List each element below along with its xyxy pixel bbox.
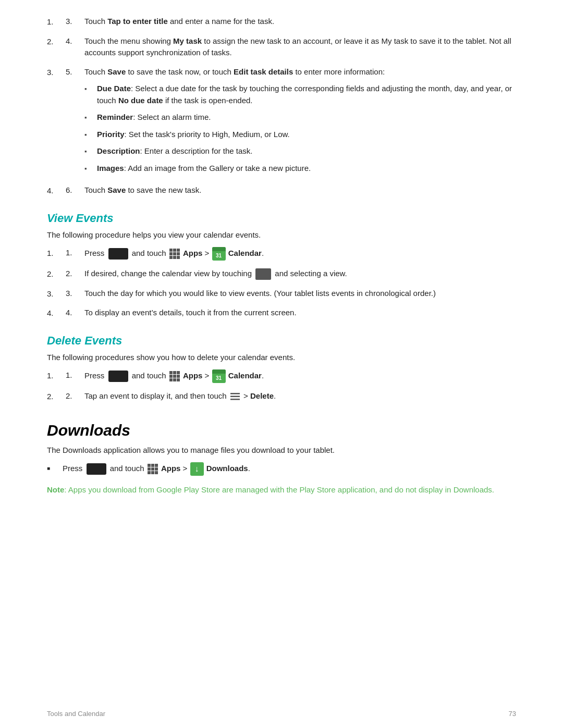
svg-rect-5 <box>177 252 180 255</box>
svg-rect-2 <box>177 249 180 252</box>
view-step-1-content: Press and touch Apps > <box>84 247 516 261</box>
view-events-heading: View Events <box>47 212 516 225</box>
priority-bold: Priority <box>97 130 125 139</box>
svg-rect-13 <box>173 375 176 378</box>
page-content: 3. Touch Tap to enter title and enter a … <box>0 0 563 527</box>
home-button-icon-2 <box>108 371 128 382</box>
images-content: Images: Add an image from the Gallery or… <box>97 163 516 175</box>
svg-rect-20 <box>230 399 240 400</box>
svg-rect-9 <box>169 371 173 374</box>
svg-rect-14 <box>177 375 180 378</box>
reminder-content: Reminder: Select an alarm time. <box>97 112 516 124</box>
list-item-3: 3. Touch Tap to enter title and enter a … <box>47 16 516 28</box>
list-item-4-content: Touch the menu showing My task to assign… <box>84 35 516 59</box>
downloads-label: Downloads <box>206 464 248 473</box>
edit-task-details-bold: Edit task details <box>234 67 293 76</box>
list-item-6-content: Touch Save to save the new task. <box>84 184 516 197</box>
home-button-icon <box>108 248 128 260</box>
description-content: Description: Enter a description for the… <box>97 145 516 157</box>
svg-rect-0 <box>169 249 173 252</box>
description-bold: Description <box>97 146 140 155</box>
svg-rect-11 <box>177 371 180 374</box>
note-body: : Apps you download from Google Play Sto… <box>64 485 494 494</box>
priority-content: Priority: Set the task's priority to Hig… <box>97 129 516 141</box>
save-bold-2: Save <box>107 186 126 194</box>
my-task-bold: My task <box>173 36 202 45</box>
note-text: Note: Apps you download from Google Play… <box>47 484 516 496</box>
downloads-bullet-list: Press and touch Apps > <box>47 462 516 476</box>
bullet-due-date: Due Date: Select a due date for the task… <box>84 83 516 106</box>
svg-rect-19 <box>230 396 240 398</box>
svg-rect-25 <box>151 467 154 471</box>
svg-rect-8 <box>177 256 180 259</box>
no-due-date-bold: No due date <box>118 96 163 105</box>
list-item-4: 4. Touch the menu showing My task to ass… <box>47 35 516 59</box>
apps-label-3: Apps <box>161 464 181 473</box>
apps-grid-icon <box>169 248 180 260</box>
svg-rect-26 <box>155 467 158 471</box>
delete-step-2: 2. Tap an event to display it, and then … <box>47 390 516 403</box>
svg-rect-18 <box>230 393 240 394</box>
svg-rect-6 <box>169 256 173 259</box>
delete-step-2-content: Tap an event to display it, and then tou… <box>84 390 516 403</box>
top-numbered-list: 3. Touch Tap to enter title and enter a … <box>47 16 516 197</box>
view-selector-icon <box>255 268 271 280</box>
save-bold-1: Save <box>107 67 126 76</box>
apps-label-1: Apps <box>183 249 203 257</box>
due-date-bold: Due Date <box>97 84 131 93</box>
delete-events-list: 1. Press and touch <box>47 369 516 403</box>
note-bold: Note <box>47 485 64 494</box>
tap-to-enter-title-bold: Tap to enter title <box>107 17 168 26</box>
apps-label-2: Apps <box>183 371 203 380</box>
svg-rect-1 <box>173 249 176 252</box>
delete-step-1: 1. Press and touch <box>47 369 516 383</box>
downloads-heading: Downloads <box>47 422 516 439</box>
delete-events-intro: The following procedures show you how to… <box>47 352 516 364</box>
svg-rect-29 <box>155 471 158 474</box>
reminder-bold: Reminder <box>97 113 133 121</box>
list-item-5-content: Touch Save to save the task now, or touc… <box>84 66 516 180</box>
view-events-list: 1. Press and touch <box>47 247 516 319</box>
svg-rect-22 <box>151 464 154 467</box>
svg-rect-4 <box>173 252 176 255</box>
svg-rect-28 <box>151 471 154 474</box>
list-item-5: 5. Touch Save to save the task now, or t… <box>47 66 516 180</box>
bullet-images: Images: Add an image from the Gallery or… <box>84 163 516 175</box>
home-button-icon-3 <box>87 463 106 475</box>
svg-rect-27 <box>148 471 151 474</box>
svg-rect-17 <box>177 378 180 381</box>
menu-list-icon <box>229 391 241 402</box>
sub-bullet-list: Due Date: Select a due date for the task… <box>84 83 516 174</box>
calendar-icon-1 <box>212 247 226 261</box>
bullet-description: Description: Enter a description for the… <box>84 145 516 157</box>
svg-rect-16 <box>173 378 176 381</box>
svg-rect-10 <box>173 371 176 374</box>
images-bold: Images <box>97 164 124 172</box>
svg-rect-12 <box>169 375 173 378</box>
bullet-reminder: Reminder: Select an alarm time. <box>84 112 516 124</box>
view-step-2-content: If desired, change the calendar view by … <box>84 268 516 280</box>
svg-rect-3 <box>169 252 173 255</box>
due-date-content: Due Date: Select a due date for the task… <box>97 83 516 106</box>
view-step-3: 3. Touch the day for which you would lik… <box>47 288 516 300</box>
view-step-1: 1. Press and touch <box>47 247 516 261</box>
downloads-step-content: Press and touch Apps > <box>63 462 250 476</box>
svg-rect-7 <box>173 256 176 259</box>
calendar-icon-2 <box>212 369 226 383</box>
calendar-label-1: Calendar <box>228 249 262 257</box>
svg-rect-15 <box>169 378 173 381</box>
delete-bold: Delete <box>250 391 274 400</box>
svg-rect-23 <box>155 464 158 467</box>
view-step-2: 2. If desired, change the calendar view … <box>47 268 516 280</box>
apps-grid-icon-2 <box>169 371 180 382</box>
delete-events-heading: Delete Events <box>47 334 516 348</box>
list-item-6: 6. Touch Save to save the new task. <box>47 184 516 197</box>
view-step-4: 4. To display an event’s details, touch … <box>47 307 516 319</box>
svg-rect-24 <box>148 467 151 471</box>
footer-left: Tools and Calendar <box>47 710 105 718</box>
list-item-3-content: Touch Tap to enter title and enter a nam… <box>84 16 516 28</box>
delete-step-1-content: Press and touch Apps > <box>84 369 516 383</box>
downloads-app-icon <box>190 462 204 476</box>
page-footer: Tools and Calendar 73 <box>47 710 516 718</box>
downloads-step: Press and touch Apps > <box>47 462 516 476</box>
